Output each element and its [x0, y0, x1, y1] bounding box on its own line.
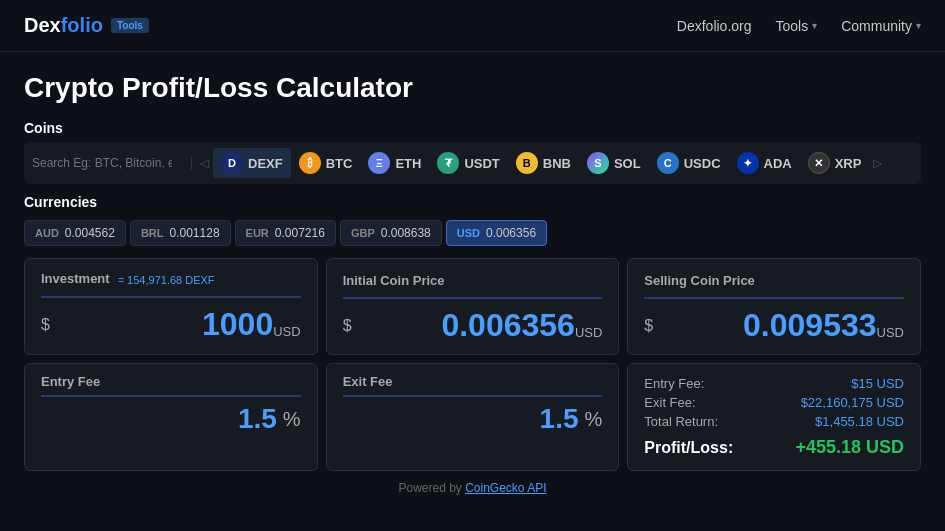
entry-fee-input[interactable]: [41, 403, 277, 435]
sol-icon: S: [587, 152, 609, 174]
initial-price-label: Initial Coin Price: [343, 273, 445, 288]
currency-eur[interactable]: EUR 0.007216: [235, 220, 336, 246]
xrp-icon: ✕: [808, 152, 830, 174]
result-exit-fee-value: $22,160,175 USD: [801, 395, 904, 410]
result-exit-fee-label: Exit Fee:: [644, 395, 695, 410]
coin-item-btc[interactable]: ₿ BTC: [291, 148, 361, 178]
coingecko-link[interactable]: CoinGecko API: [465, 481, 546, 495]
tools-badge: Tools: [111, 18, 149, 33]
calculator-grid: Investment = 154,971.68 DEXF $ USD Initi…: [24, 258, 921, 355]
nav-community-link[interactable]: Community ▾: [841, 18, 921, 34]
coin-item-eth[interactable]: Ξ ETH: [360, 148, 429, 178]
footer: Powered by CoinGecko API: [24, 471, 921, 505]
btc-icon: ₿: [299, 152, 321, 174]
coin-item-dexf[interactable]: D DEXF: [213, 148, 291, 178]
initial-price-dollar-sign: $: [343, 317, 352, 335]
nav-dexfolio-link[interactable]: Dexfolio.org: [677, 18, 752, 34]
page-title: Crypto Profit/Loss Calculator: [24, 72, 921, 104]
investment-unit: USD: [273, 324, 300, 343]
profit-loss-row: Profit/Loss: +455.18 USD: [644, 437, 904, 458]
initial-price-input[interactable]: [358, 307, 575, 344]
coin-item-ada[interactable]: ✦ ADA: [729, 148, 800, 178]
exit-fee-input-row: %: [343, 395, 603, 435]
investment-input[interactable]: [56, 306, 273, 343]
eth-icon: Ξ: [368, 152, 390, 174]
coin-item-bnb[interactable]: B BNB: [508, 148, 579, 178]
exit-fee-label: Exit Fee: [343, 374, 603, 389]
entry-fee-label: Entry Fee: [41, 374, 301, 389]
investment-equiv: = 154,971.68 DEXF: [118, 274, 215, 286]
result-total-return-value: $1,455.18 USD: [815, 414, 904, 429]
chevron-down-icon: ▾: [812, 20, 817, 31]
exit-fee-card: Exit Fee %: [326, 363, 620, 471]
selling-price-dollar-sign: $: [644, 317, 653, 335]
result-entry-fee-label: Entry Fee:: [644, 376, 704, 391]
coin-item-usdt[interactable]: ₮ USDT: [429, 148, 507, 178]
coins-next-arrow[interactable]: ▷: [869, 156, 886, 170]
ada-icon: ✦: [737, 152, 759, 174]
entry-fee-percent: %: [283, 408, 301, 435]
coin-item-usdc[interactable]: C USDC: [649, 148, 729, 178]
coins-row: ◁ D DEXF ₿ BTC Ξ ETH ₮ USDT B BNB S SOL …: [24, 142, 921, 184]
coin-item-sol[interactable]: S SOL: [579, 148, 649, 178]
investment-label: Investment: [41, 271, 110, 286]
result-total-return-label: Total Return:: [644, 414, 718, 429]
profit-loss-label: Profit/Loss:: [644, 439, 733, 457]
coin-search-wrapper: [32, 156, 192, 170]
result-exit-fee-row: Exit Fee: $22,160,175 USD: [644, 395, 904, 410]
coin-search-input[interactable]: [32, 156, 172, 170]
navbar-right: Dexfolio.org Tools ▾ Community ▾: [677, 18, 921, 34]
entry-fee-input-row: %: [41, 395, 301, 435]
currency-aud[interactable]: AUD 0.004562: [24, 220, 126, 246]
currencies-row: AUD 0.004562 BRL 0.001128 EUR 0.007216 G…: [24, 220, 921, 246]
exit-fee-percent: %: [585, 408, 603, 435]
selling-price-input-row: $ USD: [644, 297, 904, 344]
exit-fee-input[interactable]: [343, 403, 579, 435]
selling-price-label: Selling Coin Price: [644, 273, 755, 288]
nav-tools-link[interactable]: Tools ▾: [776, 18, 818, 34]
coin-item-xrp[interactable]: ✕ XRP: [800, 148, 870, 178]
navbar: Dexfolio Tools Dexfolio.org Tools ▾ Comm…: [0, 0, 945, 52]
coins-prev-arrow[interactable]: ◁: [196, 156, 213, 170]
result-entry-fee-value: $15 USD: [851, 376, 904, 391]
navbar-left: Dexfolio Tools: [24, 14, 149, 37]
coins-label: Coins: [24, 120, 921, 136]
results-card: Entry Fee: $15 USD Exit Fee: $22,160,175…: [627, 363, 921, 471]
footer-text: Powered by: [398, 481, 465, 495]
initial-price-unit: USD: [575, 325, 602, 344]
calculator-bottom-grid: Entry Fee % Exit Fee % Entry Fee: $15 US…: [24, 363, 921, 471]
initial-price-card: Initial Coin Price $ USD: [326, 258, 620, 355]
usdt-icon: ₮: [437, 152, 459, 174]
initial-price-input-row: $ USD: [343, 297, 603, 344]
investment-dollar-sign: $: [41, 316, 50, 334]
profit-loss-value: +455.18 USD: [795, 437, 904, 458]
selling-price-input[interactable]: [659, 307, 876, 344]
investment-card: Investment = 154,971.68 DEXF $ USD: [24, 258, 318, 355]
chevron-down-icon: ▾: [916, 20, 921, 31]
currencies-label: Currencies: [24, 194, 921, 210]
result-total-return-row: Total Return: $1,455.18 USD: [644, 414, 904, 429]
dexf-icon: D: [221, 152, 243, 174]
selling-price-unit: USD: [877, 325, 904, 344]
currency-usd[interactable]: USD 0.006356: [446, 220, 547, 246]
usdc-icon: C: [657, 152, 679, 174]
currency-gbp[interactable]: GBP 0.008638: [340, 220, 442, 246]
entry-fee-card: Entry Fee %: [24, 363, 318, 471]
main-content: Crypto Profit/Loss Calculator Coins ◁ D …: [0, 52, 945, 515]
result-entry-fee-row: Entry Fee: $15 USD: [644, 376, 904, 391]
logo: Dexfolio: [24, 14, 103, 37]
currency-brl[interactable]: BRL 0.001128: [130, 220, 231, 246]
bnb-icon: B: [516, 152, 538, 174]
investment-input-row: $ USD: [41, 296, 301, 343]
selling-price-card: Selling Coin Price $ USD: [627, 258, 921, 355]
